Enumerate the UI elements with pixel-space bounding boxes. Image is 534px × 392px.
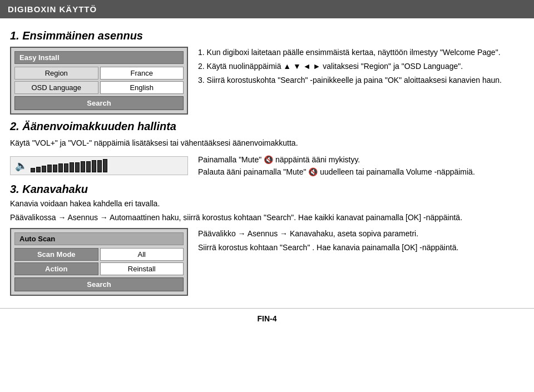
speaker-icon: 🔈 [15, 160, 27, 172]
section3-text1: Päävalikossa → Asennus → Automaattinen h… [10, 212, 524, 224]
main-content: 1. Ensimmäinen asennus Easy Install Regi… [0, 18, 534, 305]
osd-row: OSD Language English [14, 81, 184, 94]
step1-text: 1. Kun digiboxi laitetaan päälle ensimmä… [198, 47, 524, 58]
scan-mode-label: Scan Mode [14, 248, 98, 261]
bar-1 [31, 168, 35, 172]
page-header: DIGIBOXIN KÄYTTÖ [0, 0, 534, 18]
section2-intro: Käytä "VOL+" ja "VOL-" näppäimiä lisätäk… [10, 137, 524, 149]
search-button-2[interactable]: Search [14, 277, 184, 291]
footer-divider [0, 308, 534, 309]
section3-heading: 3. Kanavahaku [10, 183, 524, 196]
section3-layout: Auto Scan Scan Mode All Action Reinstall… [10, 228, 524, 296]
section1-heading: 1. Ensimmäinen asennus [10, 29, 524, 42]
bar-10 [81, 161, 85, 172]
scan-mode-value: All [100, 248, 184, 261]
step2-text: 2. Käytä nuolinäppäimiä ▲ ▼ ◄ ► valitaks… [198, 61, 524, 72]
scan-mode-row: Scan Mode All [14, 248, 184, 261]
easy-install-title: Easy Install [14, 51, 184, 64]
bar-12 [92, 160, 96, 172]
section1-layout: Easy Install Region France OSD Language … [10, 47, 524, 115]
region-value: France [100, 67, 184, 80]
action-value: Reinstall [100, 262, 184, 275]
bar-4 [47, 165, 52, 172]
bar-11 [86, 161, 91, 172]
section2-heading: 2. Äänenvoimakkuuden hallinta [10, 120, 524, 133]
volume-bars [31, 159, 107, 172]
header-title: DIGIBOXIN KÄYTTÖ [8, 4, 97, 14]
section3-text2-line1: Päävalikko → Asennus → Kanavahaku, aseta… [198, 228, 524, 240]
region-label: Region [14, 67, 98, 80]
action-label: Action [14, 262, 98, 275]
section3-text2-line2: Siirrä korostus kohtaan "Search" . Hae k… [198, 242, 524, 254]
mute-text1: Painamalla "Mute" 🔇 näppäintä ääni mykis… [198, 153, 524, 166]
section3-right-text: Päävalikko → Asennus → Kanavahaku, aseta… [198, 228, 524, 256]
action-row: Action Reinstall [14, 262, 184, 275]
bar-9 [75, 162, 80, 172]
section3-intro: Kanavia voidaan hakea kahdella eri taval… [10, 198, 524, 210]
bar-2 [36, 167, 41, 172]
mute-text2: Palauta ääni painamalla "Mute" 🔇 uudelle… [198, 166, 524, 178]
volume-bar-container: 🔈 [10, 156, 188, 175]
bar-6 [58, 163, 63, 172]
osd-label: OSD Language [14, 81, 98, 94]
page-number: FIN-4 [258, 314, 277, 323]
bar-14 [103, 159, 107, 172]
bar-7 [64, 163, 68, 172]
region-row: Region France [14, 67, 184, 80]
bar-5 [53, 165, 57, 172]
bar-3 [42, 166, 46, 172]
step3-text: 3. Siirrä korostuskohta "Search" -painik… [198, 75, 524, 86]
auto-scan-ui-box: Auto Scan Scan Mode All Action Reinstall… [10, 228, 188, 296]
volume-section: 🔈 Painamalla "Mute" 🔇 näppäintä ä [10, 153, 524, 178]
osd-value: English [100, 81, 184, 94]
search-button[interactable]: Search [14, 96, 184, 110]
auto-scan-title: Auto Scan [14, 232, 184, 245]
bar-8 [70, 162, 74, 172]
footer: FIN-4 [0, 314, 534, 329]
bar-13 [97, 160, 102, 172]
easy-install-ui-box: Easy Install Region France OSD Language … [10, 47, 188, 115]
mute-text-col: Painamalla "Mute" 🔇 näppäintä ääni mykis… [198, 153, 524, 178]
section1-text: 1. Kun digiboxi laitetaan päälle ensimmä… [198, 47, 524, 88]
